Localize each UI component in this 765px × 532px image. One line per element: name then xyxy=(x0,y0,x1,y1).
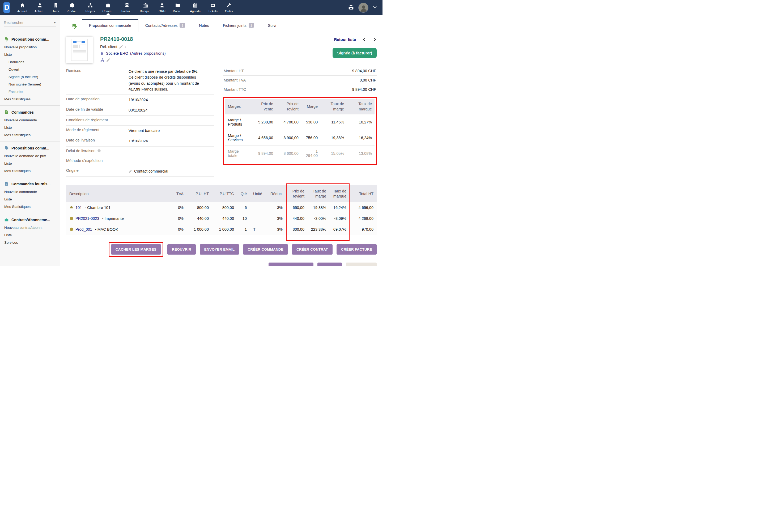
line-item-row: PR2021-0023 - Imprimante0%440,00440,0010… xyxy=(66,213,377,224)
action-button-cloner[interactable]: CLONER xyxy=(318,263,342,266)
sidebar-item[interactable]: Nouvelle commande xyxy=(0,188,60,195)
item-qty: 1 xyxy=(237,224,250,235)
document-thumbnail[interactable] xyxy=(66,37,93,63)
nav-item-adherents[interactable]: Adhér... xyxy=(31,0,49,15)
field-row: Date de fin de validité03/11/2024 xyxy=(66,105,214,116)
field-label: Date de proposition xyxy=(66,97,129,101)
tab-proposition-commerciale[interactable]: Proposition commerciale xyxy=(82,19,138,32)
company-link[interactable]: Société ERO xyxy=(106,51,128,56)
search-dropdown-caret-icon[interactable]: ▼ xyxy=(53,21,56,24)
nav-item-grh[interactable]: GRH xyxy=(155,0,169,15)
item-qty: 6 xyxy=(237,202,250,213)
item-code-link[interactable]: Prod_001 xyxy=(75,227,92,231)
sidebar-item[interactable]: Mes Statistiques xyxy=(0,95,60,103)
sidebar-item[interactable]: Ouvert xyxy=(0,66,60,73)
nav-item-projets[interactable]: Projets xyxy=(82,0,99,15)
tab-contacts-adresses[interactable]: Contacts/Adresses1 xyxy=(138,19,192,32)
action-button-r-ouvrir[interactable]: RÉOUVRIR xyxy=(167,244,196,255)
sidebar-section-title[interactable]: Commandes xyxy=(0,107,60,116)
line-item-row: 101 - Chambre 1010%800,00800,0063%650,00… xyxy=(66,202,377,213)
action-button-cr-er-commande[interactable]: CRÉER COMMANDE xyxy=(243,244,288,255)
field-value: Ce client a une remise par défaut de 3%.… xyxy=(129,69,199,92)
sidebar-item[interactable]: Non signée (fermée) xyxy=(0,81,60,88)
nav-item-produits[interactable]: Produi... xyxy=(63,0,82,15)
nav-item-accueil[interactable]: Accueil xyxy=(14,0,31,15)
nav-item-facturation[interactable]: Factur... xyxy=(118,0,136,15)
field-label: Conditions de règlement xyxy=(66,118,129,122)
user-avatar[interactable] xyxy=(358,3,369,13)
action-button-cr-er-contrat[interactable]: CRÉER CONTRAT xyxy=(292,244,333,255)
nav-item-banque[interactable]: Banqu... xyxy=(136,0,155,15)
items-header-cell: Taux de marque xyxy=(330,185,350,202)
nav-item-documents[interactable]: Docu... xyxy=(169,0,186,15)
nav-item-tiers[interactable]: Tiers xyxy=(49,0,63,15)
item-prix-revient: 300,00 xyxy=(286,224,308,235)
hr-icon xyxy=(159,3,165,8)
user-menu-chevron-icon[interactable] xyxy=(373,5,377,10)
field-label: Mode de règlement xyxy=(66,128,129,132)
right-amounts: Montant HT9 894,00 CHFMontant TVA0,00 CH… xyxy=(223,66,377,176)
item-name: - Imprimante xyxy=(101,216,124,221)
sidebar-item[interactable]: Liste xyxy=(0,159,60,167)
sidebar-item[interactable]: Liste xyxy=(0,124,60,131)
sidebar-section-title[interactable]: Propositions comm... xyxy=(0,34,60,43)
sidebar-item[interactable]: Nouvelle demande de prix xyxy=(0,152,60,159)
sidebar-section-title[interactable]: Contrats/Abonneme... xyxy=(0,215,60,224)
nav-item-label: Tickets xyxy=(208,10,218,13)
action-button-classer-factur-[interactable]: CLASSER FACTURÉ xyxy=(269,263,314,266)
sidebar-item[interactable]: Signée (à facturer) xyxy=(0,73,60,81)
item-prix-revient: 440,00 xyxy=(286,213,308,224)
product-icon xyxy=(70,3,75,8)
bank-icon xyxy=(143,3,148,8)
sidebar-item[interactable]: Mes Statistiques xyxy=(0,131,60,138)
sidebar-section-title[interactable]: Commandes fournis... xyxy=(0,179,60,188)
sidebar-item[interactable]: Facturée xyxy=(0,88,60,95)
previous-record-icon[interactable] xyxy=(362,37,366,41)
items-header-cell: Réduc. xyxy=(265,185,286,202)
tab-fichiers-joints[interactable]: Fichiers joints1 xyxy=(216,19,261,32)
tab-suivi[interactable]: Suivi xyxy=(261,19,283,32)
sidebar-item[interactable]: Liste xyxy=(0,195,60,203)
next-record-icon[interactable] xyxy=(373,37,377,41)
sidebar-item[interactable]: Nouveau contrat/abonn. xyxy=(0,224,60,231)
sidebar-item[interactable]: Nouvelle commande xyxy=(0,116,60,124)
search-input[interactable] xyxy=(4,20,53,25)
margins-cell: 9 894,00 xyxy=(252,146,276,161)
action-button-cacher-les-marges[interactable]: CACHER LES MARGES xyxy=(111,244,161,255)
edit-project-pencil-icon[interactable] xyxy=(106,58,110,62)
nav-item-tickets[interactable]: Tickets xyxy=(204,0,221,15)
tab-notes[interactable]: Notes xyxy=(192,19,216,32)
field-label: Délai de livraison xyxy=(66,149,129,153)
sidebar-item[interactable]: Brouillons xyxy=(0,58,60,66)
nav-item-agenda[interactable]: Agenda xyxy=(186,0,204,15)
action-button-envoyer-email[interactable]: ENVOYER EMAIL xyxy=(200,244,239,255)
sidebar-sections: Propositions comm...Nouvelle proposition… xyxy=(0,33,60,249)
amount-label: Montant TVA xyxy=(224,78,246,82)
item-code-link[interactable]: 101 xyxy=(75,205,82,210)
sidebar-item[interactable]: Services xyxy=(0,239,60,246)
margins-cell: 3 900,00 xyxy=(276,130,301,146)
nav-item-outils[interactable]: Outils xyxy=(221,0,237,15)
sidebar-item[interactable]: Mes Statistiques xyxy=(0,203,60,210)
action-button-supprimer[interactable]: SUPPRIMER xyxy=(346,263,377,266)
edit-ref-client-pencil-icon[interactable] xyxy=(119,45,123,49)
nav-item-commerce[interactable]: Comm... xyxy=(99,0,117,15)
tabs-bar: Proposition commercialeContacts/Adresses… xyxy=(66,15,377,32)
sidebar-section-label: Contrats/Abonneme... xyxy=(11,218,50,222)
margins-cell: 1 294,00 xyxy=(301,146,320,161)
back-to-list-link[interactable]: Retour liste xyxy=(334,37,356,42)
other-proposals-link[interactable]: (Autres propositions) xyxy=(130,51,166,56)
print-icon[interactable] xyxy=(348,5,354,11)
dolibarr-logo[interactable]: D xyxy=(3,2,10,13)
item-code-link[interactable]: PR2021-0023 xyxy=(75,216,99,221)
sidebar-item[interactable]: Nouvelle proposition xyxy=(0,43,60,51)
info-icon xyxy=(97,149,101,153)
top-navigation: D AccueilAdhér...TiersProdui...ProjetsCo… xyxy=(0,0,382,15)
action-button-cr-er-facture[interactable]: CRÉER FACTURE xyxy=(337,244,377,255)
sidebar-section-title[interactable]: Propositions comm... xyxy=(0,143,60,152)
margins-cell: 10,27% xyxy=(347,115,375,130)
sidebar-item[interactable]: Liste xyxy=(0,231,60,239)
sidebar-item[interactable]: Mes Statistiques xyxy=(0,167,60,174)
sidebar-item[interactable]: Liste xyxy=(0,51,60,58)
project-org-icon[interactable] xyxy=(100,58,104,62)
